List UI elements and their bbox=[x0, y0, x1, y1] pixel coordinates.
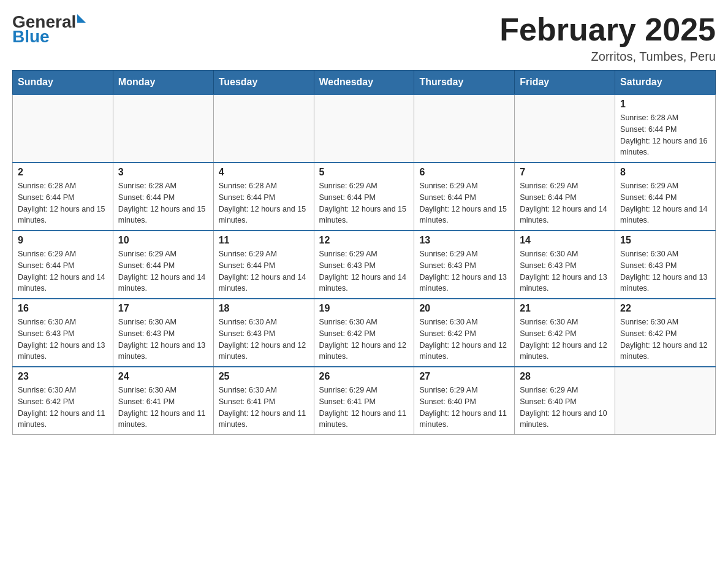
table-row: 4Sunrise: 6:28 AMSunset: 6:44 PMDaylight… bbox=[213, 163, 314, 231]
col-tuesday: Tuesday bbox=[213, 71, 314, 95]
col-saturday: Saturday bbox=[615, 71, 716, 95]
day-info: Sunrise: 6:29 AMSunset: 6:44 PMDaylight:… bbox=[18, 248, 108, 294]
day-info: Sunrise: 6:29 AMSunset: 6:40 PMDaylight:… bbox=[520, 385, 610, 431]
day-info: Sunrise: 6:30 AMSunset: 6:43 PMDaylight:… bbox=[219, 316, 309, 362]
day-number: 8 bbox=[620, 167, 710, 178]
day-info: Sunrise: 6:30 AMSunset: 6:42 PMDaylight:… bbox=[520, 316, 610, 362]
table-row: 1Sunrise: 6:28 AMSunset: 6:44 PMDaylight… bbox=[615, 94, 716, 163]
day-info: Sunrise: 6:29 AMSunset: 6:44 PMDaylight:… bbox=[520, 180, 610, 226]
day-info: Sunrise: 6:30 AMSunset: 6:43 PMDaylight:… bbox=[118, 316, 208, 362]
logo-blue-text: Blue bbox=[12, 27, 50, 47]
month-title: February 2025 bbox=[499, 12, 716, 47]
table-row bbox=[414, 94, 515, 163]
calendar-header-row: Sunday Monday Tuesday Wednesday Thursday… bbox=[13, 71, 716, 95]
col-wednesday: Wednesday bbox=[314, 71, 414, 95]
day-number: 15 bbox=[620, 235, 710, 246]
day-info: Sunrise: 6:30 AMSunset: 6:43 PMDaylight:… bbox=[620, 248, 710, 294]
day-number: 22 bbox=[620, 303, 710, 314]
day-info: Sunrise: 6:29 AMSunset: 6:43 PMDaylight:… bbox=[419, 248, 509, 294]
table-row bbox=[314, 94, 414, 163]
table-row: 3Sunrise: 6:28 AMSunset: 6:44 PMDaylight… bbox=[113, 163, 213, 231]
day-info: Sunrise: 6:30 AMSunset: 6:41 PMDaylight:… bbox=[219, 385, 309, 431]
day-number: 7 bbox=[520, 167, 610, 178]
table-row bbox=[515, 94, 615, 163]
day-number: 16 bbox=[18, 303, 108, 314]
table-row: 13Sunrise: 6:29 AMSunset: 6:43 PMDayligh… bbox=[414, 231, 515, 299]
day-info: Sunrise: 6:28 AMSunset: 6:44 PMDaylight:… bbox=[18, 180, 108, 226]
logo: General Blue bbox=[12, 12, 86, 47]
col-sunday: Sunday bbox=[13, 71, 113, 95]
table-row: 15Sunrise: 6:30 AMSunset: 6:43 PMDayligh… bbox=[615, 231, 716, 299]
table-row: 16Sunrise: 6:30 AMSunset: 6:43 PMDayligh… bbox=[13, 299, 113, 367]
calendar-week-4: 16Sunrise: 6:30 AMSunset: 6:43 PMDayligh… bbox=[13, 299, 716, 367]
logo-triangle-icon bbox=[77, 14, 86, 23]
day-info: Sunrise: 6:29 AMSunset: 6:40 PMDaylight:… bbox=[419, 385, 509, 431]
day-number: 10 bbox=[118, 235, 208, 246]
table-row: 17Sunrise: 6:30 AMSunset: 6:43 PMDayligh… bbox=[113, 299, 213, 367]
table-row: 21Sunrise: 6:30 AMSunset: 6:42 PMDayligh… bbox=[515, 299, 615, 367]
table-row: 20Sunrise: 6:30 AMSunset: 6:42 PMDayligh… bbox=[414, 299, 515, 367]
day-number: 6 bbox=[419, 167, 509, 178]
table-row: 8Sunrise: 6:29 AMSunset: 6:44 PMDaylight… bbox=[615, 163, 716, 231]
table-row bbox=[615, 367, 716, 435]
day-number: 27 bbox=[419, 371, 509, 382]
day-number: 23 bbox=[18, 371, 108, 382]
day-number: 19 bbox=[319, 303, 409, 314]
day-info: Sunrise: 6:30 AMSunset: 6:43 PMDaylight:… bbox=[520, 248, 610, 294]
table-row bbox=[113, 94, 213, 163]
day-number: 5 bbox=[319, 167, 409, 178]
day-info: Sunrise: 6:30 AMSunset: 6:41 PMDaylight:… bbox=[118, 385, 208, 431]
day-info: Sunrise: 6:29 AMSunset: 6:44 PMDaylight:… bbox=[219, 248, 309, 294]
calendar-week-2: 2Sunrise: 6:28 AMSunset: 6:44 PMDaylight… bbox=[13, 163, 716, 231]
table-row: 11Sunrise: 6:29 AMSunset: 6:44 PMDayligh… bbox=[213, 231, 314, 299]
col-monday: Monday bbox=[113, 71, 213, 95]
table-row: 7Sunrise: 6:29 AMSunset: 6:44 PMDaylight… bbox=[515, 163, 615, 231]
logo-word: General Blue bbox=[12, 12, 86, 47]
day-info: Sunrise: 6:30 AMSunset: 6:42 PMDaylight:… bbox=[620, 316, 710, 362]
table-row: 28Sunrise: 6:29 AMSunset: 6:40 PMDayligh… bbox=[515, 367, 615, 435]
table-row: 14Sunrise: 6:30 AMSunset: 6:43 PMDayligh… bbox=[515, 231, 615, 299]
calendar-week-1: 1Sunrise: 6:28 AMSunset: 6:44 PMDaylight… bbox=[13, 94, 716, 163]
day-info: Sunrise: 6:29 AMSunset: 6:44 PMDaylight:… bbox=[319, 180, 409, 226]
day-number: 1 bbox=[620, 99, 710, 110]
day-info: Sunrise: 6:28 AMSunset: 6:44 PMDaylight:… bbox=[620, 112, 710, 158]
day-info: Sunrise: 6:29 AMSunset: 6:44 PMDaylight:… bbox=[419, 180, 509, 226]
day-info: Sunrise: 6:30 AMSunset: 6:42 PMDaylight:… bbox=[419, 316, 509, 362]
title-section: February 2025 Zorritos, Tumbes, Peru bbox=[499, 12, 716, 64]
day-info: Sunrise: 6:30 AMSunset: 6:42 PMDaylight:… bbox=[18, 385, 108, 431]
calendar-week-5: 23Sunrise: 6:30 AMSunset: 6:42 PMDayligh… bbox=[13, 367, 716, 435]
table-row bbox=[13, 94, 113, 163]
table-row: 26Sunrise: 6:29 AMSunset: 6:41 PMDayligh… bbox=[314, 367, 414, 435]
day-info: Sunrise: 6:30 AMSunset: 6:43 PMDaylight:… bbox=[18, 316, 108, 362]
table-row: 27Sunrise: 6:29 AMSunset: 6:40 PMDayligh… bbox=[414, 367, 515, 435]
day-number: 25 bbox=[219, 371, 309, 382]
day-info: Sunrise: 6:29 AMSunset: 6:44 PMDaylight:… bbox=[620, 180, 710, 226]
page-header: General Blue February 2025 Zorritos, Tum… bbox=[12, 12, 716, 64]
table-row: 2Sunrise: 6:28 AMSunset: 6:44 PMDaylight… bbox=[13, 163, 113, 231]
day-number: 12 bbox=[319, 235, 409, 246]
table-row: 6Sunrise: 6:29 AMSunset: 6:44 PMDaylight… bbox=[414, 163, 515, 231]
day-number: 18 bbox=[219, 303, 309, 314]
table-row: 25Sunrise: 6:30 AMSunset: 6:41 PMDayligh… bbox=[213, 367, 314, 435]
table-row: 12Sunrise: 6:29 AMSunset: 6:43 PMDayligh… bbox=[314, 231, 414, 299]
day-number: 13 bbox=[419, 235, 509, 246]
table-row: 24Sunrise: 6:30 AMSunset: 6:41 PMDayligh… bbox=[113, 367, 213, 435]
col-thursday: Thursday bbox=[414, 71, 515, 95]
day-number: 20 bbox=[419, 303, 509, 314]
day-number: 24 bbox=[118, 371, 208, 382]
day-number: 17 bbox=[118, 303, 208, 314]
day-info: Sunrise: 6:29 AMSunset: 6:43 PMDaylight:… bbox=[319, 248, 409, 294]
table-row: 19Sunrise: 6:30 AMSunset: 6:42 PMDayligh… bbox=[314, 299, 414, 367]
table-row: 9Sunrise: 6:29 AMSunset: 6:44 PMDaylight… bbox=[13, 231, 113, 299]
day-number: 4 bbox=[219, 167, 309, 178]
day-number: 9 bbox=[18, 235, 108, 246]
location-subtitle: Zorritos, Tumbes, Peru bbox=[499, 50, 716, 64]
day-info: Sunrise: 6:29 AMSunset: 6:44 PMDaylight:… bbox=[118, 248, 208, 294]
day-info: Sunrise: 6:29 AMSunset: 6:41 PMDaylight:… bbox=[319, 385, 409, 431]
table-row: 10Sunrise: 6:29 AMSunset: 6:44 PMDayligh… bbox=[113, 231, 213, 299]
table-row: 18Sunrise: 6:30 AMSunset: 6:43 PMDayligh… bbox=[213, 299, 314, 367]
day-number: 14 bbox=[520, 235, 610, 246]
day-number: 28 bbox=[520, 371, 610, 382]
calendar-week-3: 9Sunrise: 6:29 AMSunset: 6:44 PMDaylight… bbox=[13, 231, 716, 299]
table-row: 22Sunrise: 6:30 AMSunset: 6:42 PMDayligh… bbox=[615, 299, 716, 367]
